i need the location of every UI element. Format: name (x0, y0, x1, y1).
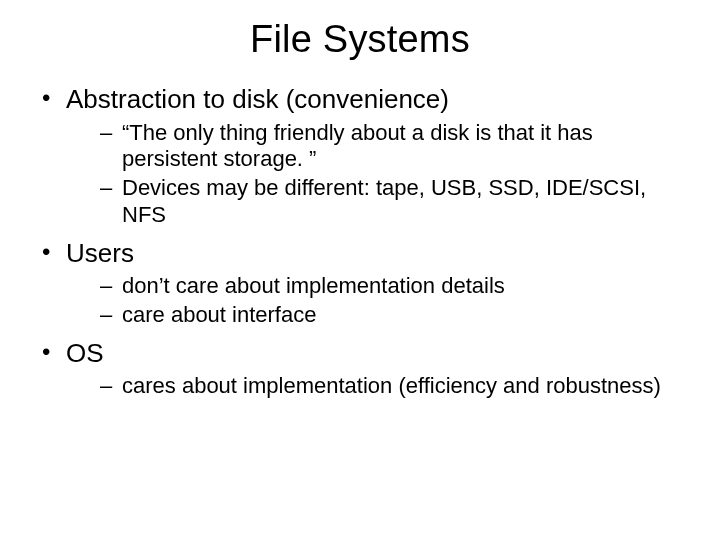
sub-list: “The only thing friendly about a disk is… (66, 120, 692, 229)
sub-item: care about interface (100, 302, 692, 329)
list-item: Users don’t care about implementation de… (40, 237, 692, 329)
bullet-text: OS (66, 338, 104, 368)
sub-list: cares about implementation (efficiency a… (66, 373, 692, 400)
sub-item: cares about implementation (efficiency a… (100, 373, 692, 400)
bullet-list: Abstraction to disk (convenience) “The o… (28, 83, 692, 400)
sub-list: don’t care about implementation details … (66, 273, 692, 329)
bullet-text: Users (66, 238, 134, 268)
slide-title: File Systems (28, 18, 692, 61)
sub-item: Devices may be different: tape, USB, SSD… (100, 175, 692, 229)
sub-item: “The only thing friendly about a disk is… (100, 120, 692, 174)
sub-item: don’t care about implementation details (100, 273, 692, 300)
list-item: Abstraction to disk (convenience) “The o… (40, 83, 692, 229)
list-item: OS cares about implementation (efficienc… (40, 337, 692, 400)
bullet-text: Abstraction to disk (convenience) (66, 84, 449, 114)
